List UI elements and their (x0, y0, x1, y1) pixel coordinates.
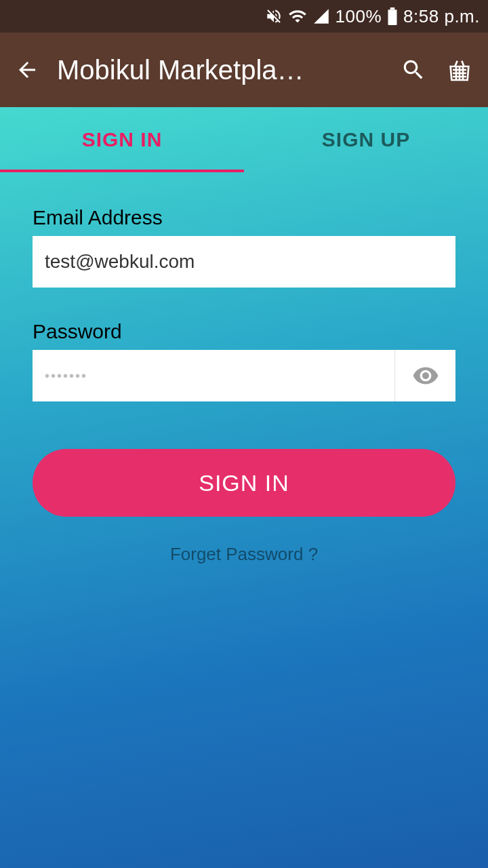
signin-form: Email Address Password ••••••• SIGN IN F… (0, 172, 488, 565)
password-label: Password (33, 320, 455, 343)
signal-icon (312, 7, 330, 25)
email-label: Email Address (33, 206, 455, 229)
basket-icon (446, 56, 473, 83)
cart-button[interactable] (445, 55, 474, 85)
toggle-password-visibility[interactable] (394, 350, 455, 401)
tab-sign-up[interactable]: SIGN UP (244, 107, 488, 172)
mute-icon (265, 7, 283, 25)
svg-rect-1 (390, 7, 395, 9)
forget-password-link[interactable]: Forget Password ? (33, 544, 455, 565)
auth-tabs: SIGN IN SIGN UP (0, 107, 488, 172)
battery-icon (387, 7, 398, 25)
password-input[interactable]: ••••••• (45, 369, 394, 382)
svg-rect-0 (388, 9, 397, 25)
search-button[interactable] (399, 55, 428, 85)
email-input[interactable] (45, 251, 443, 273)
wifi-icon (288, 7, 307, 26)
search-icon (401, 57, 426, 83)
status-time: 8:58 p.m. (403, 6, 480, 27)
back-arrow-icon (15, 58, 39, 82)
tab-sign-in[interactable]: SIGN IN (0, 107, 244, 172)
status-bar: 100% 8:58 p.m. (0, 0, 488, 33)
app-bar: Mobikul Marketpla… (0, 33, 488, 107)
content-area: SIGN IN SIGN UP Email Address Password •… (0, 107, 488, 868)
eye-icon (412, 362, 439, 389)
password-field-group: Password ••••••• (33, 320, 455, 401)
page-title: Mobikul Marketpla… (57, 55, 382, 85)
battery-percent: 100% (336, 6, 382, 27)
email-field-group: Email Address (33, 206, 455, 288)
email-input-wrap (33, 236, 455, 288)
password-input-wrap: ••••••• (33, 350, 455, 401)
back-button[interactable] (14, 56, 41, 83)
sign-in-button[interactable]: SIGN IN (33, 449, 455, 517)
